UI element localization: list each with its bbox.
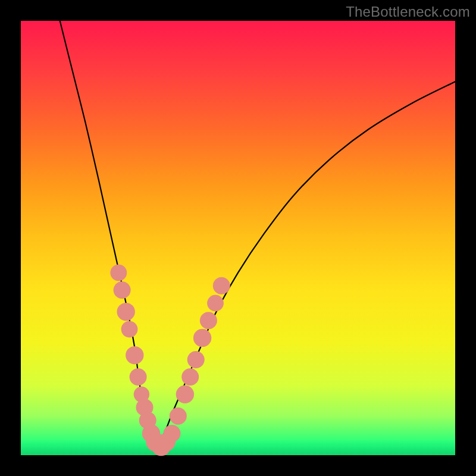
bead-marker bbox=[121, 321, 138, 337]
bead-marker bbox=[130, 368, 147, 386]
bead-group bbox=[110, 265, 230, 456]
curve-layer bbox=[21, 21, 455, 455]
bead-marker bbox=[126, 346, 143, 364]
bead-marker bbox=[200, 312, 217, 329]
bead-marker bbox=[207, 295, 224, 312]
chart-frame: TheBottleneck.com bbox=[0, 0, 476, 476]
bead-marker bbox=[164, 425, 181, 442]
watermark-text: TheBottleneck.com bbox=[346, 4, 470, 20]
bead-marker bbox=[170, 408, 187, 425]
bead-marker bbox=[117, 303, 135, 321]
bead-marker bbox=[181, 368, 199, 386]
bead-marker bbox=[213, 277, 230, 295]
bead-marker bbox=[114, 281, 131, 299]
bead-marker bbox=[110, 265, 127, 281]
bead-marker bbox=[187, 351, 205, 368]
bead-marker bbox=[193, 329, 211, 347]
plot-area bbox=[21, 21, 455, 455]
bead-marker bbox=[176, 386, 194, 403]
right-curve bbox=[155, 82, 455, 446]
